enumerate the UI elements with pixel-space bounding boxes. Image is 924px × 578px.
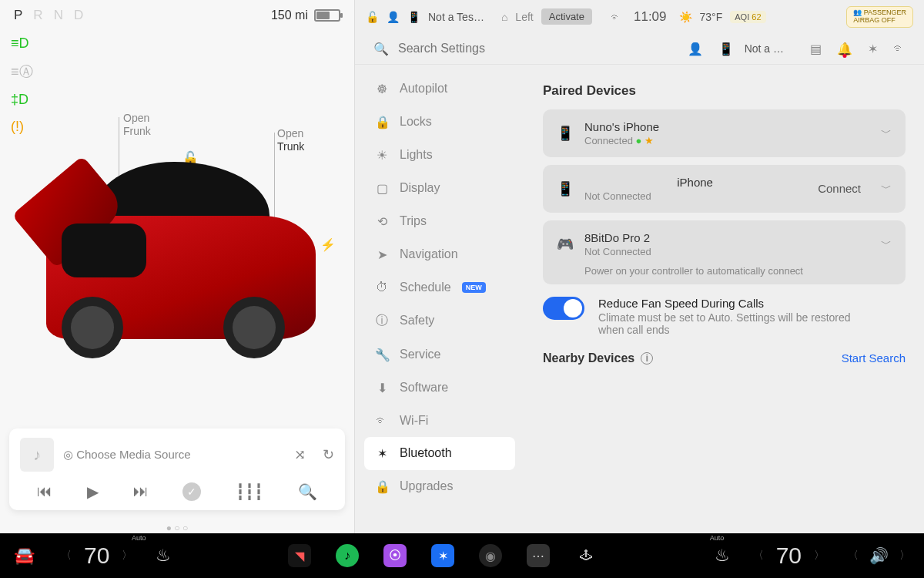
homelink-icon[interactable]: ⌂	[501, 11, 507, 23]
volume-icon[interactable]: 🔊	[869, 546, 889, 565]
left-temp-up[interactable]: 〉	[122, 549, 132, 563]
repeat-icon[interactable]: ↻	[323, 446, 334, 463]
nav-item-safety[interactable]: ⓘSafety	[364, 304, 515, 338]
connect-button[interactable]: Connect	[818, 182, 861, 195]
outside-temp: 73°F	[700, 11, 723, 23]
right-seat-heat-icon[interactable]: ♨	[715, 546, 730, 566]
left-seat-heat-icon[interactable]: ♨	[156, 546, 171, 566]
frunk-label-2: Frunk	[123, 125, 151, 138]
device-name: 8BitDo Pro 2	[584, 231, 869, 244]
display-icon: ▢	[375, 181, 389, 196]
car-app-icon[interactable]: 🚘	[14, 546, 35, 566]
toggle-subtitle: Climate must be set to Auto. Settings wi…	[598, 311, 875, 336]
reduce-fan-toggle[interactable]	[543, 297, 584, 320]
right-temp-down[interactable]: 〈	[753, 549, 764, 563]
nav-item-lights[interactable]: ☀Lights	[364, 139, 515, 172]
nav-app-icon[interactable]: ◥	[288, 544, 311, 567]
media-search-button[interactable]: 🔍	[298, 482, 317, 501]
charge-icon[interactable]: ⚡	[320, 237, 336, 252]
nav-label: Schedule	[400, 281, 451, 294]
podcasts-icon[interactable]: ⦿	[383, 544, 407, 567]
car-render	[46, 216, 316, 339]
next-track-button[interactable]: ⏭	[133, 482, 149, 501]
paired-devices-title: Paired Devices	[543, 83, 906, 99]
gear-p: P	[14, 8, 22, 23]
spotify-icon[interactable]: ♪	[336, 544, 359, 567]
trunk-label-2: Trunk	[277, 140, 304, 153]
wi-fi-icon: ᯤ	[375, 414, 389, 428]
nav-item-navigation[interactable]: ➤Navigation	[364, 238, 515, 271]
bluetooth-app-icon[interactable]: ✶	[431, 544, 454, 567]
nav-label: Trips	[400, 214, 427, 228]
nav-item-display[interactable]: ▢Display	[364, 172, 515, 205]
lights-icon: ☀	[375, 148, 389, 163]
page-dots: ● ○ ○	[0, 523, 354, 533]
right-temp-up[interactable]: 〉	[814, 549, 825, 563]
frunk-button[interactable]: Open Frunk	[123, 112, 151, 138]
device-row-2[interactable]: 🎮 8BitDo Pro 2 Not Connected ﹀	[543, 220, 906, 268]
like-button[interactable]: ✓	[182, 482, 201, 501]
device-name: Nuno's iPhone	[584, 120, 869, 133]
nav-item-service[interactable]: 🔧Service	[364, 338, 515, 371]
device-row-1[interactable]: 📱 iPhone Not Connected Connect ﹀	[543, 165, 906, 213]
range-value: 150 mi	[271, 8, 308, 22]
dashcam-icon[interactable]: ▤	[810, 42, 822, 56]
device-note: Power on your controller to automaticall…	[543, 265, 906, 284]
more-apps-icon[interactable]: ⋯	[527, 544, 550, 567]
left-temp-down[interactable]: 〈	[61, 549, 72, 563]
nav-item-wi-fi[interactable]: ᯤWi-Fi	[364, 405, 515, 437]
bluetooth-status-icon[interactable]: ✶	[868, 42, 878, 56]
arcade-icon[interactable]: 🕹	[574, 544, 598, 567]
nav-label: Display	[400, 181, 440, 195]
chevron-down-icon[interactable]: ﹀	[881, 126, 892, 140]
chevron-down-icon[interactable]: ﹀	[881, 237, 892, 251]
gear-r: R	[33, 8, 42, 23]
nav-item-software[interactable]: ⬇Software	[364, 371, 515, 405]
profile-small-icon[interactable]: 👤	[688, 42, 703, 56]
device-row-0[interactable]: 📱 Nuno's iPhone Connected ● ★ ﹀	[543, 109, 906, 157]
activate-button[interactable]: Activate	[541, 8, 592, 25]
aqi-badge[interactable]: AQI 62	[730, 11, 765, 23]
nav-label: Safety	[400, 314, 434, 328]
media-source-button[interactable]: ◎ Choose Media Source	[63, 448, 277, 462]
shuffle-icon[interactable]: ⤨	[294, 446, 306, 463]
status-bar: 🔓 👤 📱 Not a Tes… ⌂ Left Activate ᯤ 11:09…	[355, 0, 924, 34]
search-icon: 🔍	[373, 42, 389, 56]
play-button[interactable]: ▶	[87, 482, 99, 501]
nav-item-bluetooth[interactable]: ✶Bluetooth	[364, 437, 515, 470]
chevron-down-icon[interactable]: ﹀	[881, 182, 892, 196]
volume-down[interactable]: 〈	[848, 549, 859, 563]
profile-small-name[interactable]: Not a …	[745, 42, 784, 55]
clock: 11:09	[634, 9, 667, 25]
right-temp[interactable]: 70	[776, 543, 802, 569]
software-icon: ⬇	[375, 381, 389, 395]
profile-name[interactable]: Not a Tes…	[428, 11, 484, 23]
reduce-fan-toggle-row: Reduce Fan Speed During Calls Climate mu…	[543, 297, 906, 336]
toggle-title: Reduce Fan Speed During Calls	[598, 297, 875, 310]
notifications-icon[interactable]: 🔔	[837, 42, 852, 56]
auto-label: Auto	[710, 534, 725, 542]
trunk-button[interactable]: Open Trunk	[277, 127, 304, 153]
info-icon[interactable]: i	[641, 352, 653, 365]
unlock-icon[interactable]: 🔓	[366, 11, 379, 23]
nav-label: Autopilot	[400, 82, 447, 96]
service-icon: 🔧	[375, 348, 389, 362]
profile-icon[interactable]: 👤	[387, 11, 400, 23]
left-temp[interactable]: 70	[84, 543, 109, 569]
settings-nav: ☸Autopilot🔒Locks☀Lights▢Display⟲Trips➤Na…	[355, 65, 524, 533]
prev-track-button[interactable]: ⏮	[37, 482, 52, 501]
wifi-status-icon[interactable]: ᯤ	[611, 11, 621, 23]
nav-item-trips[interactable]: ⟲Trips	[364, 205, 515, 238]
nav-label: Bluetooth	[400, 446, 452, 460]
volume-up[interactable]: 〉	[899, 549, 910, 563]
equalizer-button[interactable]: ┇┇┇	[236, 482, 263, 501]
nav-item-upgrades[interactable]: 🔒Upgrades	[364, 470, 515, 503]
wifi-icon[interactable]: ᯤ	[893, 42, 906, 55]
nav-item-locks[interactable]: 🔒Locks	[364, 106, 515, 139]
camera-app-icon[interactable]: ◉	[479, 544, 502, 567]
search-input[interactable]	[398, 42, 672, 55]
nav-item-autopilot[interactable]: ☸Autopilot	[364, 72, 515, 106]
start-search-button[interactable]: Start Search	[842, 351, 906, 365]
nav-item-schedule[interactable]: ⏱Schedule NEW	[364, 271, 515, 304]
new-badge: NEW	[462, 282, 486, 293]
